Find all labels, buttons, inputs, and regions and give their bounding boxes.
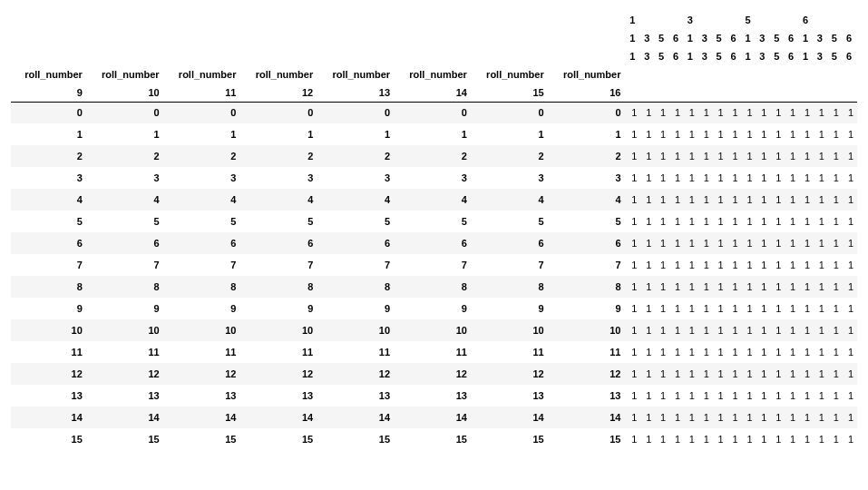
value-cell: 1: [799, 145, 814, 167]
value-cell: 1: [799, 363, 814, 385]
data-table: 135613561356135613561356135613561356roll…: [11, 11, 857, 450]
value-cell: 1: [799, 341, 814, 363]
index-cell: 3: [550, 167, 627, 189]
index-cell: 9: [241, 298, 318, 319]
col-header: 5: [655, 47, 669, 65]
value-cell: 1: [770, 232, 785, 254]
value-cell: 1: [843, 363, 857, 385]
value-cell: 1: [799, 167, 814, 189]
index-cell: 0: [318, 102, 395, 123]
index-cell: 0: [550, 102, 627, 123]
value-cell: 1: [727, 123, 742, 145]
index-col-number: 9: [11, 83, 88, 102]
value-cell: 1: [627, 407, 641, 428]
value-cell: 1: [640, 145, 655, 167]
value-cell: 1: [727, 102, 742, 123]
index-col-number: 11: [165, 83, 242, 102]
index-cell: 0: [165, 102, 242, 123]
value-cell: 1: [785, 145, 799, 167]
value-cell: 1: [669, 407, 684, 428]
index-cell: 4: [318, 189, 395, 211]
value-cell: 1: [843, 145, 857, 167]
value-cell: 1: [713, 232, 727, 254]
value-cell: 1: [655, 189, 669, 211]
value-cell: 1: [770, 167, 785, 189]
col-header: 6: [669, 29, 684, 47]
value-cell: 1: [785, 211, 799, 232]
index-cell: 5: [241, 211, 318, 232]
index-header-blank: [165, 11, 242, 29]
value-cell: 1: [843, 385, 857, 407]
value-cell: 1: [785, 232, 799, 254]
value-cell: 1: [698, 167, 713, 189]
value-cell: 1: [785, 189, 799, 211]
index-header-blank: [395, 11, 473, 29]
value-cell: 1: [727, 363, 742, 385]
table-row: 333333331111111111111111: [11, 167, 857, 189]
index-cell: 13: [88, 385, 165, 407]
value-cell: 1: [698, 298, 713, 319]
index-cell: 1: [88, 123, 165, 145]
index-cell: 8: [11, 276, 88, 298]
index-header-blank: [550, 47, 627, 65]
index-cell: 9: [88, 298, 165, 319]
index-cell: 9: [165, 298, 242, 319]
value-cell: 1: [727, 232, 742, 254]
value-cell: 1: [756, 319, 771, 341]
value-cell: 1: [698, 189, 713, 211]
col-header: 1: [627, 11, 641, 29]
value-cell: 1: [655, 102, 669, 123]
value-cell: 1: [799, 102, 814, 123]
index-cell: 15: [165, 428, 242, 450]
col-header: 5: [655, 29, 669, 47]
col-header: [713, 11, 727, 29]
index-col-label: roll_number: [473, 65, 550, 83]
index-cell: 7: [550, 254, 627, 276]
index-cell: 7: [395, 254, 473, 276]
value-cell: 1: [828, 298, 843, 319]
value-cell: 1: [742, 167, 756, 189]
table-row: 222222221111111111111111: [11, 145, 857, 167]
value-cell: 1: [843, 254, 857, 276]
value-cell: 1: [627, 123, 641, 145]
index-cell: 10: [473, 319, 550, 341]
value-cell: 1: [627, 232, 641, 254]
value-cell: 1: [828, 211, 843, 232]
table-row: 12121212121212121111111111111111: [11, 363, 857, 385]
value-cell: 1: [814, 385, 828, 407]
index-cell: 12: [473, 363, 550, 385]
value-cell: 1: [770, 407, 785, 428]
table-row: 888888881111111111111111: [11, 276, 857, 298]
value-cell: 1: [698, 385, 713, 407]
value-cell: 1: [713, 341, 727, 363]
value-cell: 1: [684, 254, 698, 276]
value-cell: 1: [770, 211, 785, 232]
value-cell: 1: [727, 211, 742, 232]
index-col-number: 10: [88, 83, 165, 102]
index-cell: 15: [473, 428, 550, 450]
index-header-blank: [241, 47, 318, 65]
value-cell: 1: [770, 298, 785, 319]
value-cell: 1: [698, 254, 713, 276]
value-cell: 1: [756, 232, 771, 254]
index-header-blank: [88, 11, 165, 29]
value-cell: 1: [655, 385, 669, 407]
index-cell: 10: [11, 319, 88, 341]
value-cell: 1: [684, 211, 698, 232]
index-cell: 7: [318, 254, 395, 276]
col-header: 3: [756, 29, 771, 47]
value-cell: 1: [785, 123, 799, 145]
value-cell: 1: [843, 211, 857, 232]
index-header-blank: [318, 47, 395, 65]
index-cell: 6: [395, 232, 473, 254]
value-cell: 1: [727, 319, 742, 341]
col-header: 6: [785, 29, 799, 47]
index-cell: 0: [88, 102, 165, 123]
value-cell: 1: [785, 319, 799, 341]
value-cell: 1: [756, 145, 771, 167]
value-cell: 1: [640, 167, 655, 189]
index-header-blank: [473, 11, 550, 29]
col-header: 1: [627, 29, 641, 47]
value-cell: 1: [843, 167, 857, 189]
col-header: 3: [698, 47, 713, 65]
